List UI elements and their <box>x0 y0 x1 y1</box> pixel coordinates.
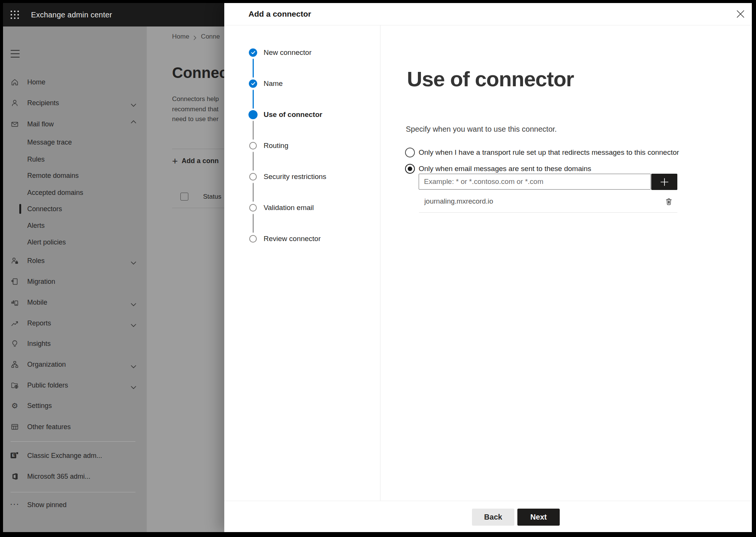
sidebar-item-classic-exchange-admin[interactable]: E Classic Exchange adm... <box>3 447 147 464</box>
step-connector-line <box>253 121 254 140</box>
chevron-down-icon <box>131 384 136 387</box>
step-label-new-connector: New connector <box>264 48 312 57</box>
mobile-icon <box>11 298 19 307</box>
breadcrumb-current: Conne <box>201 33 220 40</box>
sidebar-item-migration[interactable]: Migration <box>3 273 147 290</box>
back-button[interactable]: Back <box>472 509 514 526</box>
dialog-header: Add a connector <box>224 3 752 25</box>
domain-row-divider <box>419 212 677 213</box>
classic-exchange-icon: E <box>11 451 19 460</box>
step-label-use-of-connector: Use of connector <box>264 110 322 119</box>
trash-icon[interactable] <box>663 196 674 207</box>
chevron-down-icon <box>131 322 136 325</box>
step-connector-line <box>253 183 254 202</box>
radio-option-transport-rule[interactable]: Only when I have a transport rule set up… <box>405 148 679 157</box>
sidebar-item-label: Public folders <box>27 381 68 389</box>
dialog-title: Add a connector <box>248 9 311 19</box>
sidebar-item-home[interactable]: Home <box>3 74 147 90</box>
hamburger-menu-icon[interactable] <box>11 50 20 58</box>
select-all-checkbox[interactable] <box>180 193 188 201</box>
radio-option-label: Only when I have a transport rule set up… <box>419 148 679 157</box>
radio-option-sent-to-domains[interactable]: Only when email messages are sent to the… <box>405 164 591 174</box>
add-connector-dialog: Add a connector New connector Name Use o… <box>224 3 752 532</box>
step-label-validation-email: Validation email <box>264 203 314 212</box>
person-icon <box>11 99 19 107</box>
chevron-down-icon <box>131 259 136 262</box>
mail-icon <box>11 120 19 128</box>
step-todo-icon <box>249 173 257 181</box>
breadcrumb: Home Conne <box>172 33 220 40</box>
sidebar-item-roles[interactable]: Roles <box>3 252 147 269</box>
ellipsis-icon: ··· <box>10 499 19 509</box>
add-connector-button[interactable]: + Add a conn <box>172 154 219 168</box>
sidebar-item-label: Show pinned <box>27 501 67 509</box>
chevron-down-icon <box>131 363 136 366</box>
table-grid-icon <box>11 423 19 431</box>
close-icon[interactable] <box>732 6 749 22</box>
chevron-down-icon <box>131 101 136 104</box>
roles-icon <box>11 257 19 265</box>
add-domain-button[interactable] <box>651 174 677 190</box>
domain-input[interactable] <box>419 174 651 190</box>
step-done-icon <box>249 48 257 57</box>
step-label-name: Name <box>264 79 283 88</box>
sidebar-item-microsoft-365-admin[interactable]: Microsoft 365 admi... <box>3 468 147 485</box>
sidebar-item-alerts[interactable]: Alerts <box>3 217 147 234</box>
step-connector-line <box>253 214 254 233</box>
sidebar-item-label: Alert policies <box>27 238 66 246</box>
sidebar-item-mobile[interactable]: Mobile <box>3 294 147 311</box>
sidebar-item-label: Home <box>27 78 45 86</box>
sidebar-item-label: Reports <box>27 319 51 327</box>
sidebar-item-organization[interactable]: Organization <box>3 356 147 373</box>
radio-selected-icon[interactable] <box>405 164 415 174</box>
sidebar-item-label: Insights <box>27 340 51 348</box>
sidebar-item-remote-domains[interactable]: Remote domains <box>3 167 147 184</box>
sidebar-item-accepted-domains[interactable]: Accepted domains <box>3 184 147 201</box>
page-title: Connec <box>172 64 228 81</box>
sidebar-item-label: Roles <box>27 257 45 265</box>
footer-divider <box>224 501 752 501</box>
sidebar-item-label: Mail flow <box>27 120 54 128</box>
sidebar-item-label: Classic Exchange adm... <box>27 452 102 460</box>
step-connector-line <box>253 90 254 109</box>
folder-globe-icon <box>11 381 19 389</box>
sidebar-item-show-pinned[interactable]: ··· Show pinned <box>3 497 147 513</box>
chevron-down-icon <box>131 301 136 304</box>
domain-list-item: journaling.mxrecord.io <box>424 197 493 206</box>
sidebar-item-recipients[interactable]: Recipients <box>3 95 147 111</box>
sidebar-item-label: Migration <box>27 278 55 286</box>
home-icon <box>11 78 19 86</box>
step-current-icon <box>248 110 258 119</box>
app-title: Exchange admin center <box>31 3 112 26</box>
sidebar-item-label: Recipients <box>27 99 59 107</box>
status-column-header[interactable]: Status <box>203 193 221 201</box>
sidebar-item-alert-policies[interactable]: Alert policies <box>3 234 147 251</box>
microsoft-365-icon <box>11 472 19 481</box>
sidebar-item-reports[interactable]: Reports <box>3 315 147 332</box>
app-launcher-icon[interactable] <box>8 9 21 21</box>
radio-unselected-icon[interactable] <box>405 148 415 157</box>
step-instruction: Specify when you want to use this connec… <box>406 125 557 134</box>
gear-icon: ⚙ <box>11 402 19 410</box>
sidebar-item-label: Rules <box>27 156 45 163</box>
chevron-right-icon <box>194 34 196 39</box>
sidebar-item-label: Connectors <box>27 205 62 213</box>
next-button[interactable]: Next <box>517 509 560 526</box>
sidebar-item-rules[interactable]: Rules <box>3 151 147 168</box>
sidebar-divider <box>11 441 135 442</box>
sidebar-item-public-folders[interactable]: Public folders <box>3 377 147 394</box>
breadcrumb-home[interactable]: Home <box>172 33 189 40</box>
step-connector-line <box>253 59 254 78</box>
sidebar-item-other-features[interactable]: Other features <box>3 419 147 435</box>
sidebar-item-insights[interactable]: Insights <box>3 335 147 352</box>
step-label-routing: Routing <box>264 141 289 150</box>
sidebar-item-settings[interactable]: ⚙ Settings <box>3 397 147 414</box>
sidebar-item-mail-flow[interactable]: Mail flow <box>3 116 147 132</box>
screen: Exchange admin center Home Recipients Ma… <box>0 0 756 537</box>
sidebar-item-message-trace[interactable]: Message trace <box>3 134 147 151</box>
page-description-line: need to use ther <box>172 114 219 125</box>
sidebar-item-label: Remote domains <box>27 172 79 180</box>
header-divider <box>224 25 752 25</box>
sidebar-item-connectors[interactable]: Connectors <box>3 201 147 217</box>
sidebar-item-label: Organization <box>27 361 66 369</box>
